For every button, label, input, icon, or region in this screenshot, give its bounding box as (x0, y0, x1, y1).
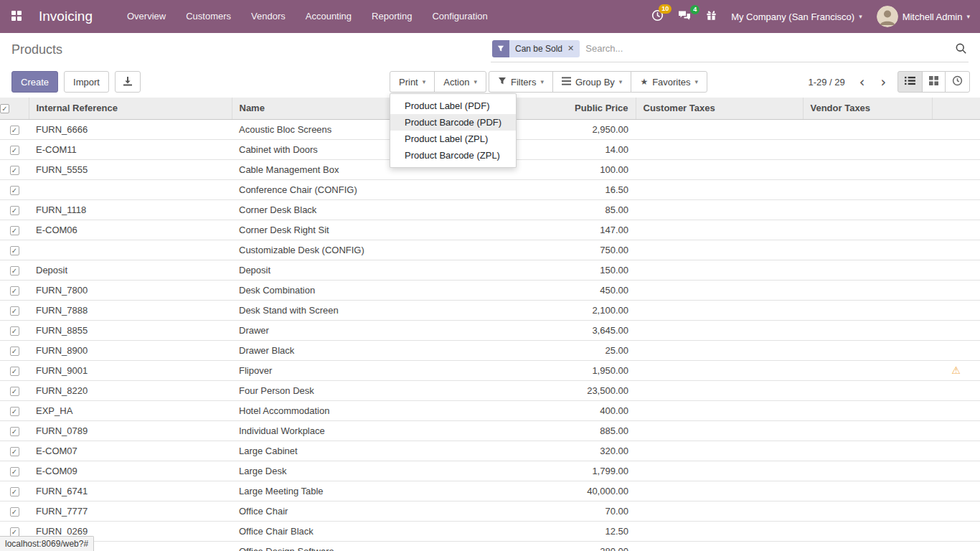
cell-internal-reference: E-COM11 (29, 139, 232, 159)
nav-menu-customers[interactable]: Customers (176, 0, 241, 33)
nav-menu-vendors[interactable]: Vendors (241, 0, 296, 33)
chevron-down-icon: ▾ (540, 78, 544, 85)
nav-menu-accounting[interactable]: Accounting (296, 0, 362, 33)
row-checkbox[interactable]: ✓ (10, 126, 19, 135)
messages-button[interactable]: 4 (678, 10, 692, 24)
row-checkbox[interactable]: ✓ (10, 407, 19, 416)
row-checkbox[interactable]: ✓ (10, 527, 19, 537)
cell-customer-taxes (636, 400, 803, 420)
row-checkbox[interactable]: ✓ (10, 286, 19, 296)
nav-menu-reporting[interactable]: Reporting (362, 0, 422, 33)
cell-vendor-taxes (803, 501, 932, 521)
table-row[interactable]: ✓FURN_0789Individual Workplace885.00 (0, 420, 980, 441)
create-button[interactable]: Create (11, 71, 58, 93)
chat-bubbles-icon (678, 10, 692, 24)
table-row[interactable]: ✓E-COM06Corner Desk Right Sit147.00 (0, 220, 980, 240)
column-vendor-taxes[interactable]: Vendor Taxes (803, 98, 932, 119)
row-checkbox[interactable]: ✓ (10, 427, 19, 436)
row-checkbox[interactable]: ✓ (10, 166, 19, 175)
table-row[interactable]: ✓Office Design Software280.00 (0, 541, 980, 551)
cell-internal-reference: FURN_8855 (29, 320, 232, 340)
cell-public-price: 280.00 (468, 541, 636, 551)
user-menu[interactable]: Mitchell Admin ▾ (877, 6, 970, 27)
filters-button[interactable]: Filters▾ (489, 71, 553, 93)
row-checkbox[interactable]: ✓ (10, 226, 19, 235)
facet-remove-icon[interactable]: ✕ (567, 44, 574, 52)
table-row[interactable]: ✓EXP_HAHotel Accommodation400.00 (0, 400, 980, 420)
cell-customer-taxes (636, 481, 803, 501)
search-icon[interactable] (955, 42, 967, 55)
table-row[interactable]: ✓FURN_7800Desk Combination450.00 (0, 280, 980, 300)
print-menu-item[interactable]: Product Label (PDF) (390, 98, 516, 114)
table-row[interactable]: ✓FURN_8900Drawer Black25.00 (0, 340, 980, 360)
import-button[interactable]: Import (64, 71, 109, 93)
app-title[interactable]: Invoicing (39, 9, 93, 24)
table-row[interactable]: ✓FURN_1118Corner Desk Black85.00 (0, 199, 980, 220)
row-checkbox[interactable]: ✓ (10, 487, 19, 496)
row-checkbox[interactable]: ✓ (10, 266, 19, 276)
cell-public-price: 85.00 (468, 199, 636, 220)
cell-customer-taxes (636, 179, 803, 199)
table-row[interactable]: ✓FURN_9001Flipover1,950.00⚠ (0, 360, 980, 380)
row-checkbox[interactable]: ✓ (10, 507, 19, 517)
nav-menu-overview[interactable]: Overview (117, 0, 176, 33)
cell-vendor-taxes (803, 199, 932, 220)
table-row[interactable]: ✓E-COM09Large Desk1,799.00 (0, 461, 980, 481)
cell-customer-taxes (636, 220, 803, 240)
table-row[interactable]: ✓Customizable Desk (CONFIG)750.00 (0, 240, 980, 260)
row-checkbox[interactable]: ✓ (10, 246, 19, 255)
gift-button[interactable] (706, 10, 717, 23)
cell-vendor-taxes (803, 400, 932, 420)
view-switcher-activity[interactable] (945, 71, 970, 93)
print-button[interactable]: Print▾ (390, 71, 435, 93)
table-row[interactable]: ✓Conference Chair (CONFIG)16.50 (0, 179, 980, 199)
row-checkbox[interactable]: ✓ (10, 387, 19, 396)
table-row[interactable]: ✓FURN_7777Office Chair70.00 (0, 501, 980, 521)
row-checkbox[interactable]: ✓ (10, 146, 19, 155)
print-menu-item[interactable]: Product Label (ZPL) (390, 131, 516, 147)
favorites-button[interactable]: ★ Favorites▾ (631, 71, 707, 93)
activities-button[interactable]: 10 (651, 9, 664, 24)
pager-previous-button[interactable]: ‹ (855, 75, 870, 89)
row-checkbox[interactable]: ✓ (10, 367, 19, 376)
company-switcher[interactable]: My Company (San Francisco) ▾ (731, 11, 862, 22)
cell-internal-reference: FURN_7888 (29, 300, 232, 320)
cell-name: Drawer (232, 320, 468, 340)
cell-vendor-taxes (803, 521, 932, 541)
row-checkbox[interactable]: ✓ (10, 186, 19, 195)
nav-menu-configuration[interactable]: Configuration (422, 0, 497, 33)
control-panel-top: Products Can be Sold ✕ (0, 33, 980, 66)
row-checkbox[interactable]: ✓ (10, 347, 19, 356)
search-input[interactable] (585, 43, 949, 54)
print-menu-item[interactable]: Product Barcode (ZPL) (390, 147, 516, 164)
row-checkbox[interactable]: ✓ (10, 467, 19, 476)
row-checkbox[interactable]: ✓ (10, 447, 19, 456)
cell-customer-taxes (636, 420, 803, 441)
row-checkbox[interactable]: ✓ (10, 206, 19, 215)
pager-next-button[interactable]: › (876, 75, 890, 89)
view-switcher-list[interactable] (897, 71, 923, 93)
top-menu: OverviewCustomersVendorsAccountingReport… (117, 0, 498, 33)
apps-menu-button[interactable] (0, 0, 33, 33)
action-button[interactable]: Action▾ (434, 71, 486, 93)
view-switcher-kanban[interactable] (922, 71, 946, 93)
select-all-checkbox[interactable]: ✓ (0, 104, 9, 113)
table-row[interactable]: ✓FURN_8220Four Person Desk23,500.00 (0, 380, 980, 400)
table-row[interactable]: ✓FURN_6741Large Meeting Table40,000.00 (0, 481, 980, 501)
group-by-button[interactable]: Group By▾ (552, 71, 631, 93)
cell-internal-reference: FURN_9001 (29, 360, 232, 380)
table-row[interactable]: ✓DepositDeposit150.00 (0, 260, 980, 280)
cell-internal-reference: E-COM07 (29, 441, 232, 461)
row-checkbox[interactable]: ✓ (10, 306, 19, 316)
row-checkbox[interactable]: ✓ (10, 326, 19, 336)
table-row[interactable]: ✓FURN_0269Office Chair Black12.50 (0, 521, 980, 541)
table-row[interactable]: ✓E-COM07Large Cabinet320.00 (0, 441, 980, 461)
column-internal-reference[interactable]: Internal Reference (29, 98, 232, 119)
table-row[interactable]: ✓FURN_7888Desk Stand with Screen2,100.00 (0, 300, 980, 320)
cell-public-price: 16.50 (468, 179, 636, 199)
export-button[interactable] (115, 71, 141, 93)
column-customer-taxes[interactable]: Customer Taxes (636, 98, 803, 119)
table-row[interactable]: ✓FURN_8855Drawer3,645.00 (0, 320, 980, 340)
print-menu-item[interactable]: Product Barcode (PDF) (390, 114, 516, 131)
search-facet[interactable]: Can be Sold ✕ (492, 40, 580, 57)
